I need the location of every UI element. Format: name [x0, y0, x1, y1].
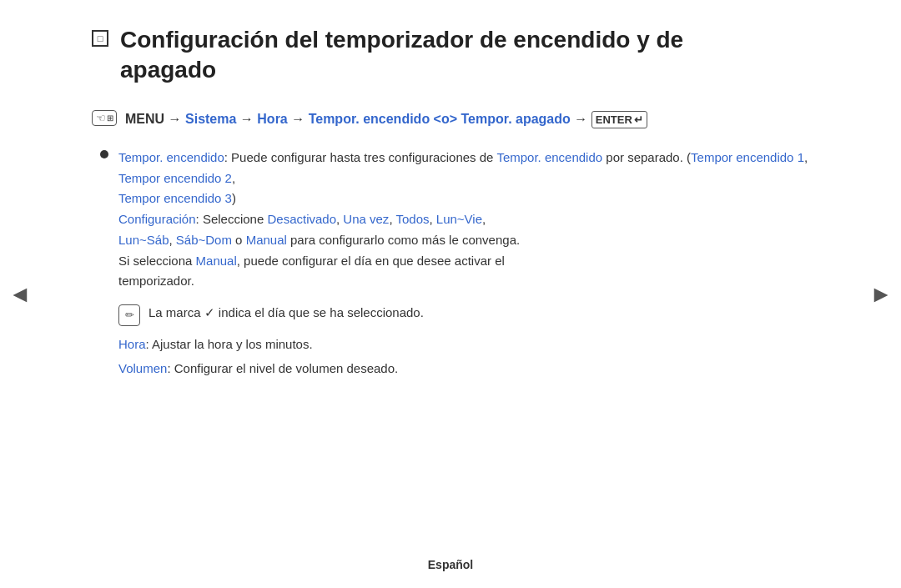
tempor-apagado-link: Tempor. apagado: [461, 112, 571, 126]
bullet-dot: [100, 150, 108, 158]
text4: ,: [232, 171, 235, 185]
manual: Manual: [246, 233, 287, 247]
menu-path-text: MENU → Sistema → Hora → Tempor. encendid…: [125, 109, 647, 129]
tempor2: Tempor encendido 2: [118, 171, 232, 185]
note-row: ✏ La marca ✓ indica el día que se ha sel…: [118, 304, 809, 326]
text3: ,: [804, 150, 808, 164]
una-vez: Una vez: [343, 212, 389, 226]
desactivado: Desactivado: [267, 212, 336, 226]
tempor-encendido2: Tempor. encendido: [496, 150, 602, 164]
text9: ,: [429, 212, 435, 226]
note-text: La marca ✓ indica el día que se ha selec…: [148, 304, 424, 323]
tempor-encendido-link: Tempor. encendido: [309, 112, 430, 126]
text14: Si selecciona: [118, 254, 196, 268]
footer-text: Español: [428, 558, 473, 571]
hora-line: Hora: Ajustar la hora y los minutos.: [118, 334, 809, 355]
hora-link: Hora: [257, 112, 287, 126]
todos: Todos: [395, 212, 429, 226]
text13: para configurarlo como más le convenga.: [287, 233, 520, 247]
tempor-encendido-label: Tempor. encendido: [118, 150, 224, 164]
hora-label: Hora: [118, 337, 146, 351]
content-area: □ Configuración del temporizador de ence…: [67, 25, 834, 379]
page-title: Configuración del temporizador de encend…: [120, 25, 683, 86]
menu-label: MENU: [125, 112, 164, 126]
hora-text: : Ajustar la hora y los minutos.: [146, 337, 313, 351]
tempor1: Tempor encendido 1: [691, 150, 804, 164]
text2: por separado. (: [602, 150, 691, 164]
manual2: Manual: [196, 254, 237, 268]
text15: , puede configurar el día en que desee a…: [237, 254, 505, 268]
content-body: Tempor. encendido: Puede configurar hast…: [92, 148, 809, 379]
enter-label: ENTER: [596, 112, 632, 128]
text1: : Puede configurar hasta tres configurac…: [224, 150, 497, 164]
separator-o: <o>: [434, 112, 457, 126]
pencil-icon: ✏: [125, 306, 134, 324]
note-icon: ✏: [118, 304, 140, 326]
volumen-line: Volumen: Configurar el nivel de volumen …: [118, 359, 809, 379]
text12: o: [232, 233, 246, 247]
grid-icon: ⊞: [107, 113, 113, 123]
volumen-label: Volumen: [118, 361, 167, 375]
bullet-section: Tempor. encendido: Puede configurar hast…: [100, 148, 809, 379]
lun-vie: Lun~Vie: [436, 212, 482, 226]
enter-arrow: ↵: [634, 112, 643, 128]
text16: temporizador.: [118, 274, 194, 288]
title-row: □ Configuración del temporizador de ence…: [92, 25, 809, 86]
menu-icon: ☜ ⊞: [92, 110, 117, 126]
text11: ,: [169, 233, 175, 247]
menu-path-row: ☜ ⊞ MENU → Sistema → Hora → Tempor. ence…: [92, 109, 809, 129]
hand-icon: ☜: [96, 112, 106, 124]
text6: : Seleccione: [196, 212, 268, 226]
sistema-link: Sistema: [185, 112, 236, 126]
note-content: La marca ✓ indica el día que se ha selec…: [148, 305, 424, 319]
footer: Español: [0, 558, 901, 571]
text10: ,: [482, 212, 486, 226]
configuracion-label: Configuración: [118, 212, 196, 226]
page-container: □ Configuración del temporizador de ence…: [0, 0, 901, 588]
lun-sab: Lun~Sáb: [118, 233, 169, 247]
text5: ): [232, 191, 236, 205]
sab-dom: Sáb~Dom: [176, 233, 232, 247]
bullet-content: Tempor. encendido: Puede configurar hast…: [118, 148, 809, 379]
checkbox-icon: □: [92, 30, 108, 47]
tempor3: Tempor encendido 3: [118, 191, 232, 205]
volumen-text: : Configurar el nivel de volumen deseado…: [167, 361, 398, 375]
enter-icon: ENTER ↵: [591, 111, 647, 129]
